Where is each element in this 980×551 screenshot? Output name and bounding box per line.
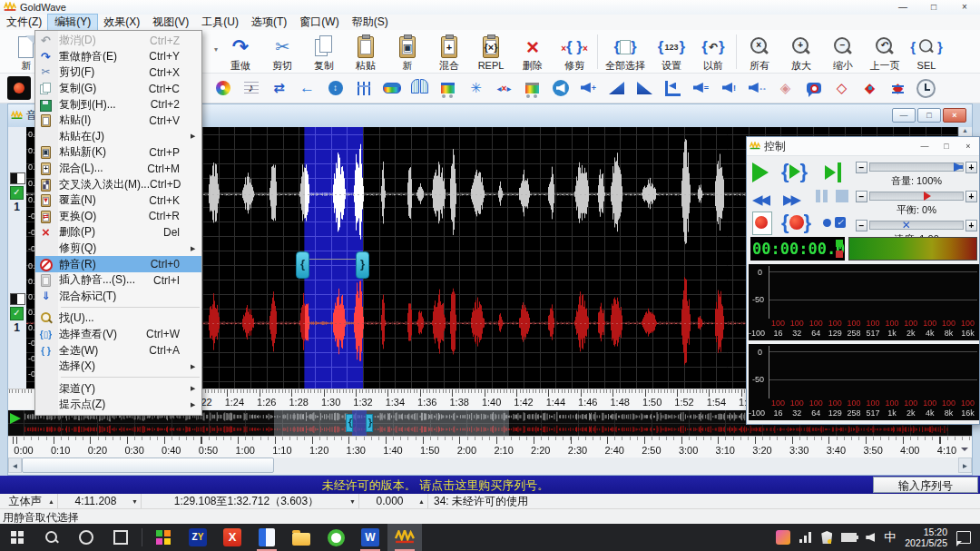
equalizer-sliders-icon[interactable] [354,78,373,98]
spark-icon[interactable]: ✳ [466,78,485,98]
edit-menu-item[interactable]: ⇄更换(O)Ctrl+R [35,209,201,225]
control-close-button[interactable]: × [957,142,979,151]
stereo-doors-icon[interactable] [410,78,429,98]
channel-2-selector[interactable]: ✓ 1 [10,293,24,334]
speed-minus-button[interactable]: − [856,220,867,231]
status-field[interactable]: 4:11.208▼ [58,494,142,508]
toolbar-button-prev[interactable]: {↶}以前 [692,32,734,72]
taskbar-app-media[interactable] [146,524,181,551]
search-button[interactable] [34,524,69,551]
selection-end-handle[interactable]: } [356,251,369,279]
taskbar-app-x[interactable]: X [215,524,250,551]
balance-minus-button[interactable]: − [856,191,867,202]
volume-wedge-down-icon[interactable] [635,78,654,98]
horizontal-scrollbar[interactable]: ◄ ► [8,458,972,473]
speaker-icon[interactable] [866,533,875,542]
swap-arrows-icon[interactable]: ⇄ [270,78,289,98]
edit-menu-item[interactable]: { }全选(W)Ctrl+A [35,342,201,359]
balance-slider[interactable] [869,192,964,201]
menubar-item[interactable]: 选项(T) [245,15,293,30]
speed-slider[interactable]: ✕ [869,221,964,230]
ime-indicator[interactable]: 中 [884,529,896,546]
spectrum-machine-icon[interactable] [438,78,457,98]
toolbar-button-mag-minus[interactable]: −缩小 [822,32,864,72]
status-spin-up[interactable]: ▲ [48,498,54,505]
edit-menu-item[interactable]: 静音(R)Ctrl+0 [35,256,201,272]
speaker-slider-icon[interactable]: + [579,78,598,98]
edit-menu-item[interactable]: ⇓混合标记(T) [35,289,201,305]
taskbar-app-zy[interactable]: ZY [181,524,215,551]
volume-corner-icon[interactable] [663,78,682,98]
edit-menu-item[interactable]: 复制(G)Ctrl+C [35,81,201,97]
status-field[interactable]: 0.000▲ [359,494,428,508]
clock-icon[interactable] [916,78,936,98]
spectrum-cart-icon[interactable] [523,78,542,98]
toolbar-button-redo[interactable]: ↷重做 [220,32,261,72]
edit-menu-item[interactable]: ▼覆盖(N)Ctrl+K [35,192,201,209]
diamond-solid-icon[interactable]: ◆ [860,78,879,98]
doc-restore-button[interactable]: □ [917,108,941,123]
overview-time-axis[interactable]: 0:000:100:200:300:400:501:001:101:201:30… [8,436,972,458]
status-spin-down[interactable]: ▼ [132,498,138,505]
enter-serial-button[interactable]: 输入序列号 [873,477,978,493]
fast-forward-button[interactable]: ▶▶ [783,192,799,208]
taskbar-app-explorer[interactable] [284,524,318,551]
diamond-hollow-icon[interactable]: ◇ [832,78,851,98]
channel-2-checkbox[interactable]: ✓ [10,307,24,320]
arrow-left-icon[interactable]: ← [298,78,317,98]
edit-menu-item[interactable]: 复制到(H)...Ctrl+2 [35,96,201,113]
taskbar-app-word[interactable]: W [353,524,387,551]
task-view-button[interactable] [103,524,138,551]
edit-menu-item[interactable]: 修剪(Q)▶ [35,241,201,257]
toolbar-button-mag-plus[interactable]: +放大 [780,32,822,72]
channel-2-lr-box[interactable] [10,293,25,305]
volume-slider[interactable] [869,162,964,172]
window-maximize-button[interactable]: □ [918,0,949,15]
color-palette-icon[interactable] [213,78,232,98]
edit-menu-item[interactable]: ✂剪切(F)Ctrl+X [35,64,201,81]
window-close-button[interactable]: × [949,0,980,15]
selection-start-handle[interactable]: { [296,251,309,279]
channel-1-lr-box[interactable] [10,172,25,184]
start-button[interactable] [0,524,34,551]
diamond-lines-icon[interactable]: ◆ [888,78,907,98]
cortana-button[interactable] [69,524,103,551]
menubar-item[interactable]: 效果(X) [97,15,146,30]
control-minimize-button[interactable]: — [914,142,936,151]
toolbar-button-mix[interactable]: +混合 [428,32,470,72]
volume-plus-button[interactable]: + [965,162,977,173]
menubar-item[interactable]: 视图(V) [146,15,195,30]
record-selection-button[interactable]: {} [781,213,811,231]
toolbar-button-repl[interactable]: {×}REPL [470,32,512,72]
taskbar-app-docs[interactable] [250,524,284,551]
control-maximize-button[interactable]: □ [936,142,957,151]
doc-close-button[interactable]: × [943,108,966,123]
play-selection-button[interactable]: {} [781,162,808,181]
taskbar-app-goldwave[interactable] [387,524,422,551]
security-icon[interactable] [821,531,832,544]
music-score-icon[interactable]: ♪ [241,78,260,98]
status-spin-down[interactable]: ▼ [349,498,356,505]
edit-menu-item[interactable]: 粘贴在(J)▶ [35,129,201,145]
window-minimize-button[interactable]: — [887,0,918,15]
scroll-right-button[interactable]: ► [958,458,972,473]
edit-menu-item[interactable]: 选择(X)▶ [35,359,201,375]
status-field[interactable]: 立体声▲ [0,494,58,508]
speaker-cart-icon[interactable]: ∘∘ [748,78,767,98]
spectrum-pill-icon[interactable] [382,78,401,98]
edit-menu-item[interactable]: 粘贴(I)Ctrl+V [35,113,201,129]
status-field[interactable]: 34: 未经许可的使用 [428,494,980,508]
diamond-pale-icon[interactable]: ◈ [776,78,795,98]
toolbar-button-copy[interactable]: 复制 [303,32,345,72]
edit-menu-item[interactable]: ×删除(P)Del [35,224,201,241]
edit-menu-item[interactable]: 渠道(Y)▶ [35,380,201,397]
action-center-icon[interactable] [956,531,971,544]
speed-marker-icon[interactable]: ✕ [902,219,911,231]
play-button[interactable] [752,162,769,182]
taskbar-app-browser[interactable] [318,524,353,551]
toolbar-button-del[interactable]: ×删除 [512,32,554,72]
tray-app-icon[interactable] [776,530,790,545]
toolbar-button-pastenew[interactable]: ▣新 [387,32,428,72]
toolbar-button-cut[interactable]: ✂剪切 [261,32,303,72]
record-button[interactable] [752,212,772,235]
